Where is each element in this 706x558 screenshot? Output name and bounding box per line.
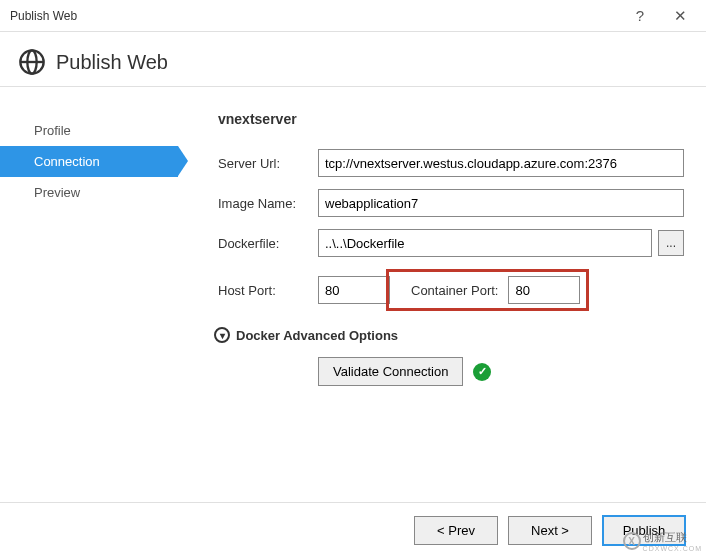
server-url-row: Server Url: xyxy=(218,149,684,177)
server-url-label: Server Url: xyxy=(218,156,318,171)
main-area: Profile Connection Preview vnextserver S… xyxy=(0,87,706,386)
container-port-input[interactable] xyxy=(508,276,580,304)
watermark: X 创新互联 CDXWCX.COM xyxy=(623,530,702,552)
validate-connection-button[interactable]: Validate Connection xyxy=(318,357,463,386)
next-button[interactable]: Next > xyxy=(508,516,592,545)
sidebar-item-profile[interactable]: Profile xyxy=(0,115,178,146)
advanced-options-label: Docker Advanced Options xyxy=(236,328,398,343)
page-title: Publish Web xyxy=(56,51,168,74)
help-button[interactable]: ? xyxy=(620,1,660,31)
globe-icon xyxy=(18,48,46,76)
dockerfile-row: Dockerfile: ... xyxy=(218,229,684,257)
watermark-brand: 创新互联 xyxy=(643,530,702,545)
server-url-input[interactable] xyxy=(318,149,684,177)
image-name-input[interactable] xyxy=(318,189,684,217)
sidebar-item-preview[interactable]: Preview xyxy=(0,177,178,208)
validate-row: Validate Connection ✓ xyxy=(318,357,684,386)
footer: < Prev Next > Publish X 创新互联 CDXWCX.COM xyxy=(0,502,706,558)
watermark-sub: CDXWCX.COM xyxy=(643,545,702,552)
close-button[interactable]: ✕ xyxy=(660,1,700,31)
port-row: Host Port: Container Port: xyxy=(218,269,684,311)
container-port-label: Container Port: xyxy=(393,283,508,298)
dockerfile-label: Dockerfile: xyxy=(218,236,318,251)
wizard-sidebar: Profile Connection Preview xyxy=(0,111,178,386)
check-icon: ✓ xyxy=(473,363,491,381)
watermark-logo-icon: X xyxy=(623,532,641,550)
titlebar: Publish Web ? ✕ xyxy=(0,0,706,32)
image-name-label: Image Name: xyxy=(218,196,318,211)
browse-button[interactable]: ... xyxy=(658,230,684,256)
content-panel: vnextserver Server Url: Image Name: Dock… xyxy=(178,111,706,386)
advanced-options-toggle[interactable]: ▾ Docker Advanced Options xyxy=(214,327,684,343)
profile-name: vnextserver xyxy=(218,111,684,127)
image-name-row: Image Name: xyxy=(218,189,684,217)
sidebar-item-connection[interactable]: Connection xyxy=(0,146,178,177)
header: Publish Web xyxy=(0,32,706,87)
dockerfile-input[interactable] xyxy=(318,229,652,257)
prev-button[interactable]: < Prev xyxy=(414,516,498,545)
host-port-label: Host Port: xyxy=(218,283,318,298)
chevron-down-icon: ▾ xyxy=(214,327,230,343)
container-port-highlight: Container Port: xyxy=(386,269,589,311)
host-port-input[interactable] xyxy=(318,276,390,304)
window-title: Publish Web xyxy=(10,9,620,23)
